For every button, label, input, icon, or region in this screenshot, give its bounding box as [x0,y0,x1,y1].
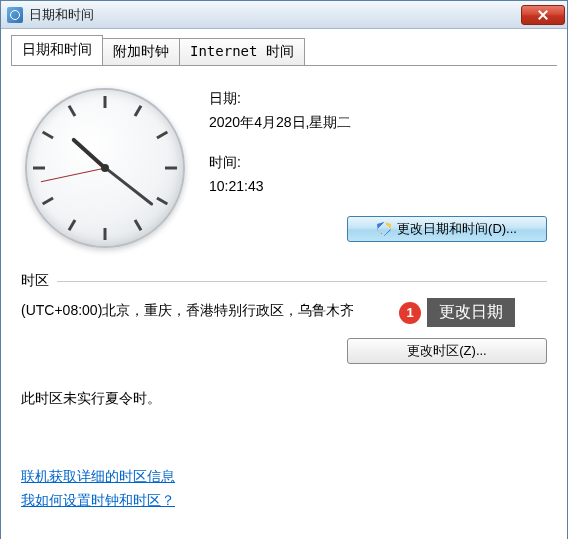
tab-date-time[interactable]: 日期和时间 [11,35,103,65]
change-datetime-label: 更改日期和时间(D)... [397,220,517,238]
clock-face [25,88,185,248]
annotation-number: 1 [399,302,421,324]
minute-hand [104,167,153,206]
second-hand [40,168,105,183]
timezone-section-header: 时区 [21,272,547,290]
date-time-window: 日期和时间 日期和时间 附加时钟 Internet 时间 [0,0,568,539]
close-button[interactable] [521,5,565,25]
datetime-info: 日期: 2020年4月28日,星期二 时间: 10:21:43 更改日期和时间(… [209,84,547,258]
separator-line [57,281,547,282]
titlebar[interactable]: 日期和时间 [1,1,567,29]
change-datetime-row: 更改日期和时间(D)... [209,216,547,242]
time-label: 时间: [209,154,547,172]
change-timezone-label: 更改时区(Z)... [407,342,486,360]
time-value: 10:21:43 [209,178,547,194]
annotation-text: 更改日期 [427,298,515,327]
annotation-callout: 1 更改日期 [399,298,515,327]
tab-strip: 日期和时间 附加时钟 Internet 时间 [1,29,567,65]
tab-panel: 日期: 2020年4月28日,星期二 时间: 10:21:43 更改日期和时间(… [11,65,557,539]
shield-icon [377,222,391,236]
tab-internet-time[interactable]: Internet 时间 [179,38,305,66]
date-label: 日期: [209,90,547,108]
change-timezone-button[interactable]: 更改时区(Z)... [347,338,547,364]
change-datetime-button[interactable]: 更改日期和时间(D)... [347,216,547,242]
tab-additional-clocks[interactable]: 附加时钟 [102,38,180,66]
how-to-set-link[interactable]: 我如何设置时钟和时区？ [21,492,547,510]
clock-center [101,164,109,172]
clock-app-icon [7,7,23,23]
change-timezone-row: 更改时区(Z)... [21,338,547,364]
timezone-details-link[interactable]: 联机获取详细的时区信息 [21,468,547,486]
close-icon [538,10,548,20]
dst-note: 此时区未实行夏令时。 [21,390,547,408]
window-title: 日期和时间 [29,6,521,24]
timezone-section-label: 时区 [21,272,49,290]
analog-clock [25,88,195,258]
date-value: 2020年4月28日,星期二 [209,114,547,132]
datetime-summary: 日期: 2020年4月28日,星期二 时间: 10:21:43 更改日期和时间(… [21,84,547,258]
